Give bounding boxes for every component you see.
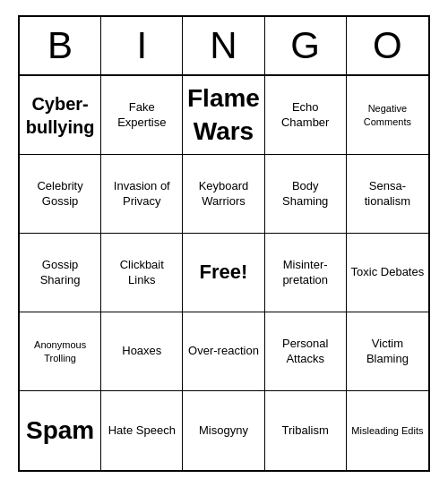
bingo-letter-o: O xyxy=(347,17,428,74)
bingo-cell-23[interactable]: Tribalism xyxy=(265,391,347,470)
bingo-cell-8[interactable]: Body Shaming xyxy=(265,155,347,234)
bingo-cell-5[interactable]: Celebrity Gossip xyxy=(20,155,101,234)
bingo-cell-21[interactable]: Hate Speech xyxy=(101,391,183,470)
bingo-cell-24[interactable]: Misleading Edits xyxy=(347,391,428,470)
bingo-letter-n: N xyxy=(183,17,264,74)
bingo-cell-2[interactable]: Flame Wars xyxy=(183,76,264,155)
bingo-cell-16[interactable]: Hoaxes xyxy=(101,312,183,391)
bingo-cell-3[interactable]: Echo Chamber xyxy=(265,76,347,155)
bingo-cell-10[interactable]: Gossip Sharing xyxy=(20,234,101,312)
bingo-cell-17[interactable]: Over-reaction xyxy=(183,312,264,391)
bingo-grid: Cyber-bullyingFake ExpertiseFlame WarsEc… xyxy=(20,76,428,470)
bingo-cell-7[interactable]: Keyboard Warriors xyxy=(183,155,264,234)
bingo-letter-b: B xyxy=(20,17,101,74)
bingo-cell-9[interactable]: Sensa-tionalism xyxy=(347,155,428,234)
bingo-cell-11[interactable]: Clickbait Links xyxy=(101,234,183,312)
bingo-card: BINGO Cyber-bullyingFake ExpertiseFlame … xyxy=(18,15,430,472)
bingo-cell-1[interactable]: Fake Expertise xyxy=(101,76,183,155)
bingo-cell-12[interactable]: Free! xyxy=(183,234,264,312)
bingo-cell-6[interactable]: Invasion of Privacy xyxy=(101,155,183,234)
bingo-cell-18[interactable]: Personal Attacks xyxy=(265,312,347,391)
bingo-cell-13[interactable]: Misinter-pretation xyxy=(265,234,347,312)
bingo-cell-22[interactable]: Misogyny xyxy=(183,391,264,470)
bingo-cell-20[interactable]: Spam xyxy=(20,391,101,470)
bingo-cell-19[interactable]: Victim Blaming xyxy=(347,312,428,391)
bingo-cell-14[interactable]: Toxic Debates xyxy=(347,234,428,312)
bingo-cell-4[interactable]: Negative Comments xyxy=(347,76,428,155)
bingo-cell-15[interactable]: Anonymous Trolling xyxy=(20,312,101,391)
bingo-cell-0[interactable]: Cyber-bullying xyxy=(20,76,101,155)
bingo-header: BINGO xyxy=(20,17,428,76)
bingo-letter-i: I xyxy=(101,17,183,74)
bingo-letter-g: G xyxy=(265,17,347,74)
